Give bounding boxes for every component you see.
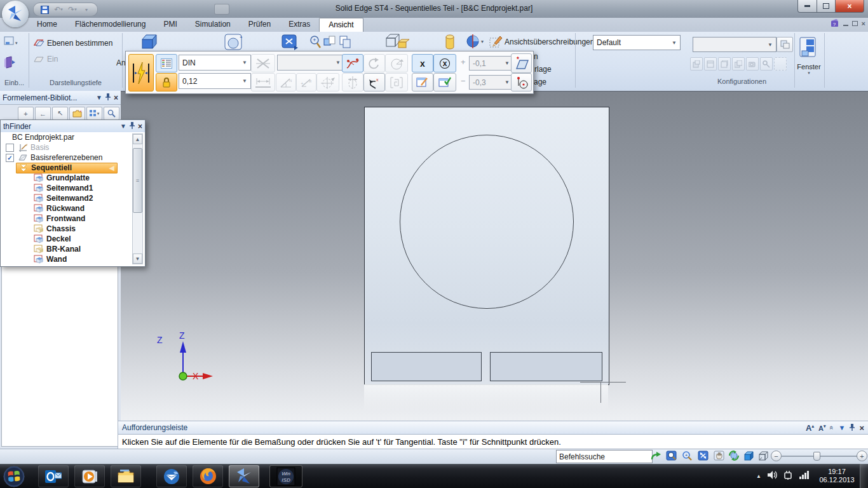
pan-icon[interactable] (712, 450, 726, 462)
prompt-bar-header[interactable]: Aufforderungsleiste A▴ A▾ « ▼ × (118, 421, 868, 435)
taskbar-outlook-button[interactable] (38, 465, 69, 487)
font-increase-icon[interactable]: A▴ (806, 423, 814, 433)
cylinder-icon[interactable] (445, 34, 455, 50)
zoom-area-icon[interactable] (665, 450, 678, 462)
tray-expand-icon[interactable]: ▲ (756, 473, 761, 479)
tray-clock[interactable]: 19:17 06.12.2013 (816, 468, 858, 484)
dimension-style-select[interactable]: DIN▼ (179, 55, 251, 71)
fenster-button[interactable]: Fenster ▾ (796, 36, 822, 76)
konfiguration-save-button[interactable] (776, 37, 793, 52)
dimension-style-mapping-button[interactable] (156, 54, 177, 72)
konfig-tool-1-icon[interactable] (690, 57, 703, 71)
back-button[interactable]: ← (35, 107, 51, 120)
dimension-plane-button[interactable]: * (511, 53, 532, 73)
move-up-button[interactable]: ↖ (52, 107, 68, 120)
pathfinder-header[interactable]: thFinder ▼ × (1, 120, 145, 133)
pathfinder-item-sequentiell[interactable]: Sequentiell ◀ (1, 163, 145, 173)
feature-library-header[interactable]: Formelement-Bibliot... ▼ × (0, 91, 121, 105)
pathfinder-item-feature[interactable]: Rückwand (1, 203, 145, 214)
fit-view-icon[interactable] (281, 34, 298, 50)
refplanes-checkbox[interactable]: ✓ (6, 154, 14, 162)
doc-minimize-icon[interactable] (843, 20, 848, 27)
retrieve-dimension-button[interactable] (385, 73, 408, 92)
restore-button[interactable] (817, 0, 835, 13)
lock-dimension-button[interactable] (156, 73, 177, 92)
new-folder-button[interactable]: * (69, 107, 85, 120)
konfigurationen-select[interactable]: ▼ (693, 37, 776, 52)
pathfinder-item-feature[interactable]: Chassis (1, 224, 145, 234)
network-icon[interactable] (799, 471, 810, 481)
taskbar-winisd-button[interactable]: WinISD (269, 465, 302, 487)
scroll-down-icon[interactable]: ▼ (133, 254, 142, 264)
arc-angle-button[interactable] (385, 54, 408, 72)
part-face[interactable] (364, 107, 609, 385)
command-search-input[interactable]: Befehlssuche (556, 450, 653, 463)
select-element-button[interactable]: x (363, 73, 385, 92)
zoom-icon[interactable]: + (681, 450, 694, 462)
intersection-point-button[interactable] (511, 73, 532, 92)
sphere-dropdown-icon[interactable]: ▾ (481, 39, 484, 44)
rotate-dimension-button[interactable] (363, 54, 385, 72)
diameter-dimension-button[interactable] (316, 73, 339, 92)
sequentiell-selected-row[interactable]: Sequentiell ◀ (16, 163, 118, 173)
tab-pruefen[interactable]: Prüfen (240, 18, 280, 32)
help-book-icon[interactable]: ? (830, 19, 839, 27)
pathfinder-item-feature[interactable]: Grundplatte (1, 173, 145, 183)
close-icon[interactable]: × (138, 122, 142, 131)
konfig-tool-key-icon[interactable] (760, 57, 773, 71)
round-off-select[interactable]: 0,12▼ (179, 73, 251, 89)
panel-menu-icon[interactable]: ▼ (120, 123, 126, 130)
sketch-slot-right[interactable] (490, 352, 602, 381)
pathfinder-item-feature[interactable]: Deckel (1, 234, 145, 244)
font-decrease-icon[interactable]: A▾ (818, 424, 825, 432)
angle-dimension-button[interactable]: N (276, 73, 296, 92)
smart-dimension-button[interactable] (128, 54, 154, 92)
linear-dimension-button[interactable] (251, 73, 275, 92)
ein-button[interactable]: Ein (34, 55, 58, 64)
tab-pmi[interactable]: PMI (154, 18, 186, 32)
pathfinder-item-feature[interactable]: Seitenwand2 (1, 193, 145, 203)
pathfinder-item-feature[interactable]: Frontwand (1, 214, 145, 224)
variable-x-button[interactable]: x (412, 54, 433, 72)
zoom-plus-icon[interactable]: + (309, 35, 321, 49)
scrollbar-thumb[interactable]: ≡ (133, 148, 142, 213)
no-dimension-button[interactable] (251, 54, 275, 72)
copy-view-icon[interactable] (339, 35, 351, 49)
pin-icon[interactable] (105, 93, 111, 102)
dimension-type-select[interactable]: ▼ (277, 55, 344, 71)
tab-extras[interactable]: Extras (280, 18, 319, 32)
konfig-tool-4-icon[interactable] (732, 57, 745, 71)
pathfinder-item-feature[interactable]: Wand (1, 254, 145, 264)
konfig-tool-3-icon[interactable] (718, 57, 731, 71)
coordinate-dimension-button[interactable]: R+ (296, 73, 316, 92)
accept-dimension-button[interactable] (433, 73, 456, 92)
search-button[interactable] (104, 107, 119, 120)
upper-tolerance-select[interactable]: -0,1▼ (469, 56, 513, 71)
wireframe-view-icon[interactable] (757, 450, 770, 462)
sphere-sections-icon[interactable] (466, 34, 480, 48)
shaded-view-icon[interactable] (742, 450, 756, 462)
show-desktop-button[interactable] (860, 464, 868, 488)
close-icon[interactable]: × (859, 423, 864, 433)
add-button[interactable]: + (18, 107, 34, 120)
app-button[interactable] (2, 1, 29, 27)
feature-library-content[interactable] (1, 266, 118, 447)
konfig-tool-2-icon[interactable] (704, 57, 717, 71)
tab-home[interactable]: Home (28, 18, 66, 32)
circle-view-icon[interactable]: + (224, 33, 243, 50)
ebenen-bestimmen-button[interactable]: Ebenen bestimmen (34, 38, 112, 48)
pathfinder-item-basis[interactable]: Basis (1, 142, 145, 152)
sketch-circle[interactable] (400, 135, 574, 309)
sketch-slot-left[interactable] (371, 352, 482, 381)
return-to-view-icon[interactable] (649, 450, 662, 462)
doc-restore-icon[interactable] (852, 20, 858, 27)
doc-close-icon[interactable]: × (862, 20, 865, 27)
pin-icon[interactable] (850, 424, 855, 432)
fit-icon[interactable] (696, 450, 710, 462)
einbauen-bottom-button[interactable] (4, 56, 23, 71)
pathfinder-item-feature[interactable]: Seitenwand1 (1, 183, 145, 193)
dimension-along-curve-button[interactable] (342, 54, 363, 72)
pathfinder-item-feature[interactable]: BR-Kanal (1, 244, 145, 254)
sketch-view-icon[interactable] (323, 35, 337, 49)
tab-simulation[interactable]: Simulation (186, 18, 240, 32)
